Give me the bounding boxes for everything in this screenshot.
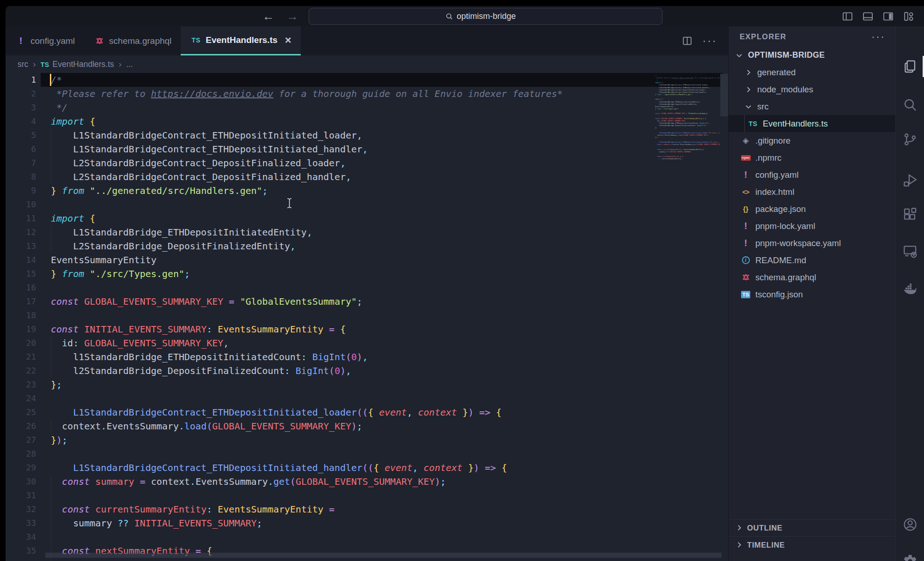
run-debug-icon[interactable] [902, 173, 918, 188]
line-number[interactable]: 11 [6, 211, 36, 225]
search-input[interactable] [457, 12, 526, 21]
code-line[interactable]: 16 [6, 281, 728, 295]
line-number[interactable]: 4 [6, 115, 36, 128]
split-editor-icon[interactable] [681, 35, 693, 47]
account-icon[interactable] [902, 517, 918, 532]
line-number[interactable]: 7 [6, 156, 36, 170]
tree-file-EventHandlers.ts[interactable]: TSEventHandlers.ts [729, 115, 895, 132]
code-line[interactable]: 8 L2StandardBridgeContract_DepositFinali… [6, 170, 728, 184]
tree-file-pnpm-workspace.yaml[interactable]: !pnpm-workspace.yaml [729, 235, 895, 252]
more-actions-icon[interactable]: ··· [702, 38, 717, 43]
code-line[interactable]: 34 [6, 530, 728, 544]
code-line[interactable]: 26 context.EventsSummary.load(GLOBAL_EVE… [6, 419, 728, 433]
navigate-back-icon[interactable]: ← [262, 10, 274, 22]
line-number[interactable]: 16 [6, 281, 36, 295]
tab-EventHandlers.ts[interactable]: TSEventHandlers.ts× [181, 26, 300, 55]
code-line[interactable]: 28 [6, 447, 728, 461]
settings-gear-icon[interactable] [902, 554, 918, 561]
code-line[interactable]: 2 *Please refer to https://docs.envio.de… [6, 87, 728, 101]
line-number[interactable]: 32 [6, 502, 36, 516]
navigate-forward-icon[interactable]: → [286, 10, 298, 22]
tree-file-config.yaml[interactable]: !config.yaml [729, 166, 895, 183]
line-number[interactable]: 3 [6, 101, 36, 115]
code-line[interactable]: 22 l2StandardBridge_DepositFinalizedCoun… [6, 364, 728, 378]
line-number[interactable]: 24 [6, 392, 36, 405]
tree-file-tsconfig.json[interactable]: TStsconfig.json [729, 286, 895, 303]
code-line[interactable]: 10 [6, 198, 728, 211]
tab-config.yaml[interactable]: !config.yaml [6, 26, 84, 55]
code-editor[interactable]: 1/*2 *Please refer to https://docs.envio… [6, 73, 728, 561]
tree-file-.gitignore[interactable]: ◈.gitignore [729, 132, 895, 149]
code-line[interactable]: 15} from "./src/Types.gen"; [6, 267, 728, 281]
code-line[interactable]: 5 L1StandardBridgeContract_ETHDepositIni… [6, 128, 728, 142]
line-number[interactable]: 9 [6, 184, 36, 198]
tab-schema.graphql[interactable]: schema.graphql [84, 26, 181, 55]
line-number[interactable]: 26 [6, 419, 36, 433]
tree-file-.npmrc[interactable]: npm.npmrc [729, 149, 895, 166]
code-line[interactable]: 6 L1StandardBridgeContract_ETHDepositIni… [6, 142, 728, 156]
line-number[interactable]: 20 [6, 336, 36, 350]
code-line[interactable]: 13 L2StandardBridge_DepositFinalizedEnti… [6, 239, 728, 253]
extensions-icon[interactable] [902, 206, 918, 222]
line-number[interactable]: 14 [6, 253, 36, 267]
code-line[interactable]: 3 */ [6, 101, 728, 115]
line-number[interactable]: 25 [6, 405, 36, 419]
code-line[interactable]: 17const GLOBAL_EVENTS_SUMMARY_KEY = "Glo… [6, 295, 728, 308]
line-number[interactable]: 34 [6, 530, 36, 544]
tree-folder-generated[interactable]: generated [729, 64, 895, 81]
sidebar-section-outline[interactable]: OUTLINE [729, 519, 895, 536]
layout-customize-icon[interactable] [902, 10, 915, 23]
code-line[interactable]: 21 l1StandardBridge_ETHDepositInitiatedC… [6, 350, 728, 364]
docker-icon[interactable] [902, 281, 918, 297]
explorer-more-icon[interactable]: ··· [871, 34, 885, 39]
line-number[interactable]: 8 [6, 170, 36, 184]
code-line[interactable]: 19const INITIAL_EVENTS_SUMMARY: EventsSu… [6, 322, 728, 336]
code-line[interactable]: 12 L1StandardBridge_ETHDepositInitiatedE… [6, 225, 728, 239]
breadcrumb[interactable]: src›TSEventHandlers.ts›... [6, 55, 728, 73]
sidebar-section-timeline[interactable]: TIMELINE [729, 536, 895, 553]
tree-folder-src[interactable]: src [729, 98, 895, 115]
code-line[interactable]: 24 [6, 392, 728, 405]
line-number[interactable]: 21 [6, 350, 36, 364]
line-number[interactable]: 13 [6, 239, 36, 253]
line-number[interactable]: 6 [6, 142, 36, 156]
line-number[interactable]: 27 [6, 433, 36, 447]
code-line[interactable]: 30 const summary = context.EventsSummary… [6, 475, 728, 489]
line-number[interactable]: 19 [6, 322, 36, 336]
code-line[interactable]: 31 [6, 489, 728, 502]
files-icon[interactable] [902, 59, 918, 74]
line-number[interactable]: 5 [6, 128, 36, 142]
code-line[interactable]: 32 const currentSummaryEntity: EventsSum… [6, 502, 728, 516]
tree-file-index.html[interactable]: <>index.html [729, 183, 895, 200]
code-line[interactable]: 25 L1StandardBridgeContract_ETHDepositIn… [6, 405, 728, 419]
code-line[interactable]: 4import { [6, 115, 728, 128]
code-line[interactable]: 14EventsSummaryEntity [6, 253, 728, 267]
source-control-icon[interactable] [902, 132, 918, 147]
line-number[interactable]: 33 [6, 516, 36, 530]
close-tab-icon[interactable]: × [285, 35, 292, 46]
line-number[interactable]: 17 [6, 295, 36, 308]
layout-panel-icon[interactable] [862, 10, 874, 23]
code-line[interactable]: 18 [6, 308, 728, 322]
minimap[interactable]: /* *Please refer to https://docs.envio.d… [655, 74, 720, 268]
line-number[interactable]: 23 [6, 378, 36, 392]
line-number[interactable]: 1 [6, 73, 36, 87]
tree-file-README.md[interactable]: iREADME.md [729, 252, 895, 269]
line-number[interactable]: 2 [6, 87, 36, 101]
search-icon[interactable] [902, 97, 918, 113]
line-number[interactable]: 15 [6, 267, 36, 281]
line-number[interactable]: 28 [6, 447, 36, 461]
code-line[interactable]: 1/* [6, 73, 728, 87]
tree-file-pnpm-lock.yaml[interactable]: !pnpm-lock.yaml [729, 217, 895, 235]
line-number[interactable]: 22 [6, 364, 36, 378]
code-line[interactable]: 20 id: GLOBAL_EVENTS_SUMMARY_KEY, [6, 336, 728, 350]
line-number[interactable]: 35 [6, 544, 36, 558]
remote-explorer-icon[interactable] [902, 243, 918, 259]
line-number[interactable]: 10 [6, 198, 36, 211]
breadcrumb-item[interactable]: TSEventHandlers.ts [41, 60, 114, 69]
line-number[interactable]: 18 [6, 308, 36, 322]
line-number[interactable]: 30 [6, 475, 36, 489]
command-center-search[interactable] [309, 8, 663, 25]
code-line[interactable]: 11import { [6, 211, 728, 225]
breadcrumb-item[interactable]: src [18, 60, 28, 69]
